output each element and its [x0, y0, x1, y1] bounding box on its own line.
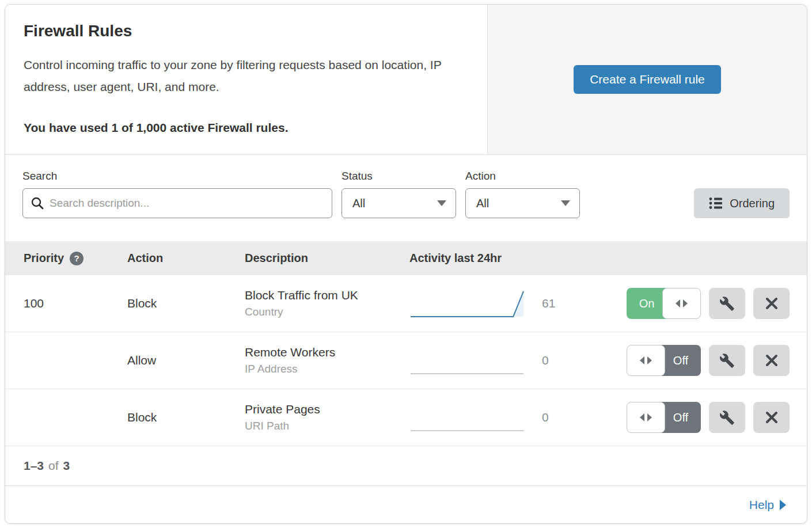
- arrow-left-icon: [640, 356, 644, 364]
- priority-help-icon[interactable]: ?: [70, 252, 84, 265]
- toggle-state-label[interactable]: Off: [661, 345, 701, 376]
- rule-description: Remote Workers: [245, 345, 409, 359]
- search-group: Search: [22, 170, 332, 218]
- action-value: Allow: [127, 354, 245, 367]
- rule-enabled-toggle[interactable]: Off: [627, 402, 701, 433]
- help-link-label: Help: [749, 498, 774, 512]
- edit-rule-button[interactable]: [709, 288, 745, 319]
- arrow-right-icon: [647, 356, 652, 364]
- activity-sparkline: [409, 344, 525, 377]
- edit-rule-button[interactable]: [709, 345, 745, 376]
- toggle-handle[interactable]: [627, 345, 665, 376]
- status-select[interactable]: All: [342, 188, 456, 218]
- create-firewall-rule-button[interactable]: Create a Firewall rule: [574, 65, 721, 94]
- activity-sparkline: [409, 401, 525, 434]
- pagination-range: 1–3: [24, 459, 44, 473]
- delete-rule-button[interactable]: [753, 288, 790, 319]
- rule-description: Private Pages: [245, 402, 409, 416]
- rule-type: Country: [245, 306, 409, 318]
- help-link[interactable]: Help: [749, 498, 786, 512]
- arrow-right-icon: [647, 413, 652, 421]
- close-icon: [765, 297, 779, 310]
- wrench-icon: [719, 410, 735, 425]
- panel-header-text: Firewall Rules Control incoming traffic …: [5, 5, 488, 154]
- chevron-down-icon: [437, 200, 446, 206]
- column-header-priority: Priority: [24, 252, 64, 265]
- priority-value: 100: [24, 297, 127, 310]
- arrow-left-icon: [640, 413, 644, 421]
- wrench-icon: [719, 296, 735, 311]
- action-select-value: All: [476, 197, 489, 210]
- table-header: Priority ? Action Description Activity l…: [5, 241, 807, 275]
- action-value: Block: [127, 297, 245, 310]
- rule-description: Block Traffic from UK: [245, 288, 409, 302]
- panel-header: Firewall Rules Control incoming traffic …: [5, 5, 807, 155]
- page-description: Control incoming traffic to your zone by…: [24, 54, 467, 98]
- panel-header-action-area: Create a Firewall rule: [488, 5, 807, 154]
- toggle-state-label[interactable]: On: [627, 288, 667, 319]
- search-input[interactable]: [22, 188, 332, 218]
- activity-count: 61: [532, 297, 587, 310]
- filter-bar: Search Status All Action All: [5, 155, 807, 241]
- action-select[interactable]: All: [465, 188, 580, 218]
- usage-note: You have used 1 of 1,000 active Firewall…: [24, 121, 468, 135]
- wrench-icon: [719, 353, 735, 368]
- ordering-button[interactable]: Ordering: [694, 188, 790, 218]
- action-value: Block: [127, 411, 245, 424]
- status-select-value: All: [352, 197, 365, 210]
- column-header-activity: Activity last 24hr: [409, 252, 502, 265]
- close-icon: [765, 411, 779, 424]
- activity-count: 0: [532, 354, 587, 367]
- arrow-left-icon: [676, 299, 680, 307]
- ordering-button-label: Ordering: [730, 197, 775, 210]
- chevron-down-icon: [561, 200, 570, 206]
- rule-type: URI Path: [245, 420, 409, 432]
- pagination-of-label: of: [48, 459, 59, 473]
- table-row: Block Private Pages URI Path 0 Off: [5, 389, 807, 446]
- status-label: Status: [342, 170, 456, 183]
- pagination-bar: 1–3 of 3: [5, 446, 807, 486]
- table-row: 100 Block Block Traffic from UK Country …: [5, 275, 807, 332]
- edit-rule-button[interactable]: [709, 402, 745, 433]
- table-row: Allow Remote Workers IP Address 0 Off: [5, 332, 807, 389]
- arrow-right-icon: [780, 500, 786, 510]
- search-icon: [31, 196, 44, 210]
- toggle-handle[interactable]: [662, 288, 701, 319]
- close-icon: [765, 354, 779, 367]
- column-header-action: Action: [127, 252, 163, 265]
- firewall-rules-panel: Firewall Rules Control incoming traffic …: [5, 4, 807, 524]
- status-group: Status All: [342, 170, 456, 218]
- column-header-description: Description: [245, 252, 308, 265]
- toggle-handle[interactable]: [627, 402, 665, 433]
- page-title: Firewall Rules: [24, 22, 468, 40]
- delete-rule-button[interactable]: [753, 345, 790, 376]
- arrow-right-icon: [683, 299, 688, 307]
- toggle-state-label[interactable]: Off: [661, 402, 701, 433]
- action-group: Action All: [465, 170, 580, 218]
- search-label: Search: [22, 170, 332, 183]
- pagination-total: 3: [63, 459, 70, 473]
- action-label: Action: [465, 170, 580, 183]
- activity-sparkline: [409, 287, 525, 320]
- ordering-list-icon: [709, 197, 723, 210]
- rule-type: IP Address: [245, 363, 409, 375]
- panel-footer: Help: [5, 486, 807, 523]
- rule-enabled-toggle[interactable]: On: [627, 288, 701, 319]
- delete-rule-button[interactable]: [753, 402, 790, 433]
- activity-count: 0: [532, 411, 587, 424]
- rule-enabled-toggle[interactable]: Off: [627, 345, 701, 376]
